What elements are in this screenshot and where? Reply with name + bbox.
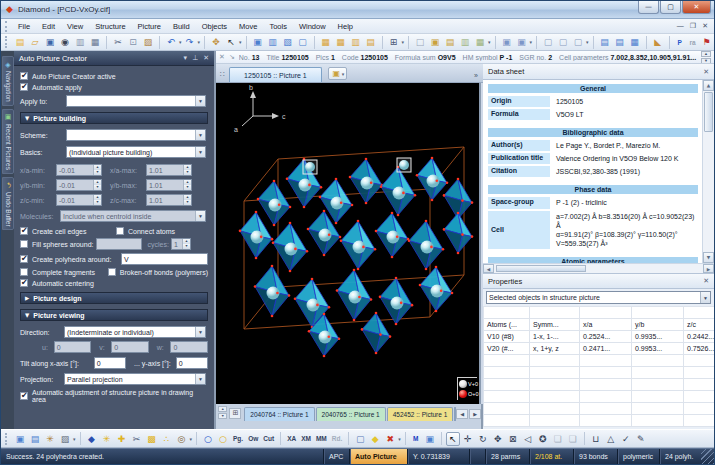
apply-to-combo[interactable]: ▼ (66, 95, 206, 107)
section-picture-viewing[interactable]: ▼Picture viewing (20, 309, 208, 321)
chevron-down-icon[interactable]: ▼ (195, 211, 205, 221)
new-picture-button[interactable]: ▣ ▾ (328, 67, 348, 80)
break-bonds-icon[interactable]: ✂ (130, 432, 144, 446)
undo-icon[interactable]: ↶ (164, 35, 178, 49)
picture-wizard-icon[interactable]: ✳ (43, 432, 57, 446)
minimize-button[interactable]: — (638, 1, 659, 14)
scroll-thumb[interactable] (704, 92, 713, 132)
section-picture-building[interactable]: ▼Picture building (20, 112, 208, 124)
fragments-checkbox[interactable] (20, 268, 28, 276)
apc-close-icon[interactable]: ✕ (203, 54, 209, 62)
polyhedra-checkbox[interactable] (20, 255, 28, 263)
apc-title-bar[interactable]: Auto Picture Creator ▾ ⊥ ✕ (14, 51, 214, 66)
menu-tools[interactable]: Tools (263, 21, 293, 32)
drag-handle-icon[interactable]: ∷ (220, 70, 225, 79)
menu-window[interactable]: Window (293, 21, 332, 32)
sidebar-tab-recent-pictures[interactable]: ▣ Recent Pictures (2, 109, 14, 174)
direction-combo[interactable]: (Indeterminate or individual)▼ (64, 326, 206, 338)
menu-help[interactable]: Help (332, 21, 359, 32)
chevron-down-icon[interactable]: ▼ (700, 292, 710, 303)
datasheet-hscrollbar[interactable]: ◀ ▶ (483, 263, 714, 273)
flip-mode-icon[interactable]: ◁ (521, 432, 535, 446)
record-close-icon[interactable]: ✕ (219, 53, 225, 61)
apc-pin-icon[interactable]: ⊥ (192, 54, 198, 62)
raster-icon[interactable]: ra (687, 35, 699, 49)
measure-distance-icon[interactable]: ⊔ (589, 432, 603, 446)
picture-blank-icon[interactable]: ▣ (251, 35, 265, 49)
sidebar-tab-navigation[interactable]: ◈ Navigation (2, 56, 14, 106)
picture-export-icon[interactable]: ▨ (58, 432, 72, 446)
flag-icon[interactable]: ⚑ (700, 35, 714, 49)
view-mode-1-icon[interactable]: ▣ (500, 35, 514, 49)
picture-add-icon[interactable]: ▤ (28, 432, 42, 446)
molecules-combo[interactable]: Include when centroid inside▼ (60, 210, 206, 222)
open-folder-icon[interactable]: ▱ (28, 35, 42, 49)
window-new-icon[interactable]: ▣ (428, 35, 442, 49)
grayed-tool-1-icon[interactable]: ❏ (551, 432, 565, 446)
cutout-icon[interactable]: Cut (261, 432, 276, 446)
sidebar-tab-undo-buffer[interactable]: ↶ Undo Buffer (2, 177, 14, 231)
redo-dropdown-icon[interactable]: ▾ (198, 39, 201, 45)
translate-mode-icon[interactable]: ✥ (491, 432, 505, 446)
tab-picture-1[interactable]: 1250105 :: Picture 1 (229, 67, 322, 82)
packing-icon[interactable]: Pg. (231, 432, 245, 446)
tab-2040764[interactable]: 2040764 :: Picture 1 (244, 407, 314, 421)
structure-canvas[interactable]: abc V+0 O+0 (216, 83, 481, 404)
print-preview-icon[interactable]: ▥ (73, 35, 87, 49)
picture-view-icon[interactable]: ▣ (423, 432, 437, 446)
scroll-left-icon[interactable]: ◀ (483, 264, 494, 273)
close-button[interactable]: ✕ (682, 1, 711, 14)
apc-autoapply-checkbox[interactable] (20, 83, 28, 91)
menu-view[interactable]: View (61, 21, 89, 32)
menu-structure[interactable]: Structure (89, 21, 131, 32)
tab-scroll-spinner[interactable]: ▲▼ (218, 406, 227, 419)
tabs-right-arrow[interactable]: ▶ (469, 409, 481, 419)
ymax-spinbox[interactable]: 1.01▲▼ (146, 179, 192, 191)
tab-452452[interactable]: 452452 :: Picture 1 (387, 407, 454, 421)
fill-range-icon[interactable]: ◎ (175, 432, 189, 446)
window-arrange-dropdown-icon[interactable]: ▾ (488, 39, 491, 45)
molecule-mode-icon[interactable]: M (410, 432, 422, 446)
table-distances-icon[interactable]: ▥ (349, 35, 363, 49)
color-swatch-icon[interactable]: □ (413, 35, 427, 49)
v-input[interactable]: 0 (111, 341, 149, 353)
datasheet-close-icon[interactable]: ✕ (703, 68, 709, 76)
measure-angle-icon[interactable]: △ (604, 432, 618, 446)
panel-properties-dropdown-icon[interactable]: ▾ (586, 39, 589, 45)
pan-hand-icon[interactable]: ✥ (209, 35, 223, 49)
table-row[interactable]: V10 (#8)1-x, 1-... 0.2524...0.9935... 0.… (484, 331, 715, 343)
projection-combo[interactable]: Parallel projection▼ (64, 373, 206, 385)
view-mode-2-dropdown-icon[interactable]: ▾ (530, 39, 533, 45)
diagram-2-icon[interactable]: ▤ (613, 35, 627, 49)
mdi-close-button[interactable]: ✕ (702, 22, 708, 30)
chevron-down-icon[interactable]: ▾ (342, 71, 345, 77)
new-document-icon[interactable]: ▤ (13, 35, 27, 49)
apc-menu-icon[interactable]: ▾ (184, 54, 188, 62)
destroy-dropdown-icon[interactable]: ▾ (398, 436, 401, 442)
cut-icon[interactable]: ✂ (111, 35, 125, 49)
fill-range-dropdown-icon[interactable]: ▾ (190, 436, 193, 442)
xmin-spinbox[interactable]: -0.01▲▼ (56, 164, 102, 176)
chevron-down-icon[interactable]: ▼ (195, 327, 205, 337)
table-datasheet-icon[interactable]: ▦ (319, 35, 333, 49)
xmax-spinbox[interactable]: 1.01▲▼ (146, 164, 192, 176)
w-input[interactable]: 0 (170, 341, 208, 353)
tab-list-icon[interactable]: ⊞ (229, 408, 241, 419)
add-atoms-icon[interactable]: ✚ (115, 432, 129, 446)
molecules-icon[interactable]: MM (314, 432, 329, 446)
mdi-minimize-button[interactable]: — (677, 22, 684, 30)
fill-spheres-checkbox[interactable] (20, 240, 28, 248)
panel-navigation-icon[interactable]: ▢ (541, 35, 555, 49)
tilt-y-input[interactable]: 0 (176, 357, 208, 369)
overwrite-icon[interactable]: Ow (246, 432, 260, 446)
build-fragment-icon[interactable]: ∴ (160, 432, 174, 446)
u-input[interactable]: 0 (54, 341, 92, 353)
table-atoms-icon[interactable]: ▦ (334, 35, 348, 49)
coordination-dashed-icon[interactable]: ○ (216, 432, 230, 446)
title-bar[interactable]: ◆ Diamond - [PCD-VxOy.cif] — ▢ ✕ (1, 1, 714, 19)
status-mode-badge[interactable]: Auto Picture (349, 449, 407, 464)
datasheet-header[interactable]: Data sheet ✕ (483, 64, 714, 80)
build-cluster-icon[interactable]: ✳ (100, 432, 114, 446)
toolbar-grip[interactable] (5, 433, 8, 445)
coordination-sphere-icon[interactable]: ○ (201, 432, 215, 446)
